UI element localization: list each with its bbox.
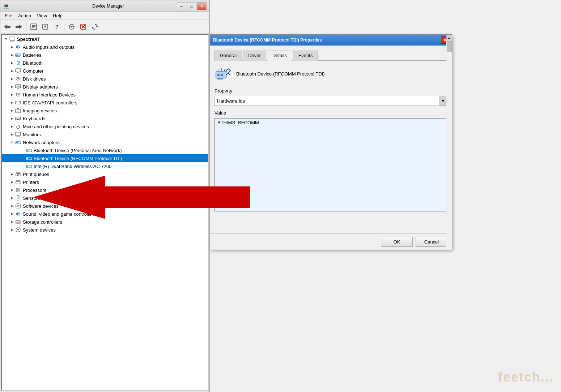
tree-item-imaging[interactable]: ▶ Imaging devices — [2, 107, 208, 115]
scroll-thumb[interactable] — [447, 41, 452, 52]
hid-expand-icon: ▶ — [9, 92, 15, 98]
update-driver-button[interactable] — [40, 22, 51, 32]
tree-item-disk[interactable]: ▶ Disk drives — [2, 75, 208, 83]
menu-action[interactable]: Action — [15, 12, 34, 19]
scan-button[interactable] — [66, 22, 77, 32]
tree-item-pan[interactable]: ▶ Bluetooth Device (Personal Area Networ… — [2, 146, 208, 154]
help-button[interactable]: ? — [51, 22, 62, 32]
display-label: Display adapters — [23, 84, 58, 90]
svg-marker-9 — [44, 25, 47, 27]
property-dropdown[interactable]: Hardware Ids — [214, 96, 447, 106]
refresh-button[interactable] — [89, 22, 100, 32]
app-icon: 💻 — [3, 3, 9, 9]
device-tree[interactable]: ▼ SpectreXT ▶ Audio inputs and outputs ▶… — [1, 34, 209, 391]
tree-item-mice[interactable]: ▶ Mice and other pointing devices — [2, 122, 208, 130]
svg-rect-18 — [10, 37, 15, 40]
tab-events[interactable]: Events — [293, 51, 318, 61]
tree-item-hid[interactable]: ▶ Human Interface Devices — [2, 91, 208, 99]
uninstall-button[interactable] — [78, 22, 89, 32]
rfcomm-icon — [26, 155, 32, 161]
svg-rect-7 — [32, 27, 34, 28]
menu-help[interactable]: Help — [50, 12, 65, 19]
computer-icon — [15, 68, 21, 74]
disk-expand-icon: ▶ — [9, 76, 15, 82]
tree-root[interactable]: ▼ SpectreXT — [2, 35, 208, 43]
dialog-spacer — [210, 219, 452, 233]
tree-item-computer[interactable]: ▶ Computer — [2, 67, 208, 75]
tree-item-printers[interactable]: ▶ Printers — [2, 178, 208, 186]
tree-item-intel-wifi[interactable]: ▶ Intel(R) Dual Band Wireless-AC 7260 — [2, 162, 208, 170]
cancel-label: Cancel — [424, 239, 439, 245]
imaging-expand-icon: ▶ — [9, 108, 15, 113]
scroll-up-arrow[interactable]: ▲ — [446, 35, 452, 40]
svg-point-87 — [17, 229, 19, 231]
tree-item-network[interactable]: ▼ Network adapters — [2, 138, 208, 146]
tree-item-sensors[interactable]: ▶ Sensors — [2, 194, 208, 202]
ide-icon — [15, 100, 21, 105]
keyboards-label: Keyboards — [23, 116, 45, 121]
tab-details[interactable]: Details — [267, 51, 292, 61]
svg-rect-74 — [18, 196, 18, 198]
tree-item-rfcomm[interactable]: ▶ Bluetooth Device (RFCOMM Protocol TDI) — [2, 154, 208, 162]
dialog-title: Bluetooth Device (RFCOMM Protocol TDI) P… — [213, 38, 441, 43]
ide-expand-icon: ▶ — [9, 100, 15, 105]
close-button[interactable]: ✕ — [197, 2, 207, 10]
cancel-button[interactable]: Cancel — [416, 237, 447, 247]
tree-item-system[interactable]: ▶ System devices — [2, 226, 208, 234]
network-label: Network adapters — [23, 140, 60, 145]
dialog-scrollbar[interactable]: ▲ — [446, 35, 452, 250]
bluetooth-expand-icon: ▶ — [9, 60, 15, 66]
minimize-button[interactable]: ─ — [177, 2, 186, 10]
svg-rect-49 — [16, 132, 21, 135]
sound-expand-icon: ▶ — [9, 211, 15, 217]
sound-label: Sound, video and game controllers — [23, 211, 95, 217]
tree-item-keyboards[interactable]: ▶ Keyboards — [2, 115, 208, 122]
tree-item-software[interactable]: ▶ Software devices — [2, 202, 208, 210]
menu-file[interactable]: File — [2, 12, 15, 19]
properties-button[interactable] — [28, 22, 39, 32]
bluetooth-icon — [15, 60, 21, 66]
root-expand-icon: ▼ — [3, 36, 9, 42]
value-content: BTH\MS_RFCOMM — [217, 120, 445, 125]
intel-wifi-icon — [26, 163, 32, 169]
window-controls: ─ □ ✕ — [177, 2, 207, 10]
maximize-button[interactable]: □ — [187, 2, 196, 10]
ok-button[interactable]: OK — [381, 237, 413, 247]
storage-expand-icon: ▶ — [9, 219, 15, 225]
back-button[interactable] — [2, 22, 13, 32]
svg-rect-54 — [17, 142, 18, 143]
software-label: Software devices — [23, 203, 59, 209]
toolbar: ? — [0, 20, 209, 34]
svg-rect-45 — [20, 118, 20, 119]
tree-item-ide[interactable]: ▶ IDE ATA/ATAPI controllers — [2, 99, 208, 107]
processors-icon — [15, 187, 21, 193]
svg-rect-32 — [17, 88, 19, 89]
menu-view[interactable]: View — [34, 12, 50, 19]
svg-point-29 — [17, 78, 19, 79]
tree-item-batteries[interactable]: ▶ Batteries — [2, 51, 208, 59]
tree-item-display[interactable]: ▶ Display adapters — [2, 83, 208, 91]
imaging-label: Imaging devices — [23, 108, 57, 113]
property-dropdown-wrapper: Hardware Ids ▼ — [214, 96, 447, 106]
tab-driver[interactable]: Driver — [243, 51, 266, 61]
tab-general[interactable]: General — [214, 51, 242, 61]
tree-item-storage[interactable]: ▶ Storage controllers — [2, 218, 208, 226]
tree-item-printq[interactable]: ▶ Print queues — [2, 170, 208, 178]
tree-item-bluetooth[interactable]: ▶ Bluetooth — [2, 59, 208, 67]
tree-item-processors[interactable]: ▶ Processors — [2, 186, 208, 194]
software-expand-icon: ▶ — [9, 203, 15, 209]
computer-label: Computer — [23, 68, 43, 74]
svg-point-39 — [17, 110, 19, 112]
svg-rect-3 — [16, 26, 19, 28]
svg-rect-60 — [27, 150, 28, 151]
bluetooth-label: Bluetooth — [23, 60, 43, 66]
properties-dialog: Bluetooth Device (RFCOMM Protocol TDI) P… — [210, 34, 452, 250]
device-name-label: Bluetooth Device (RFCOMM Protocol TDI) — [236, 71, 325, 77]
printers-icon — [15, 179, 21, 185]
forward-button[interactable] — [13, 22, 24, 32]
tree-item-monitors[interactable]: ▶ Monitors — [2, 130, 208, 138]
svg-rect-53 — [16, 142, 17, 143]
tree-item-sound[interactable]: ▶ Sound, video and game controllers — [2, 210, 208, 218]
value-box[interactable]: BTH\MS_RFCOMM — [214, 118, 447, 212]
tree-item-audio[interactable]: ▶ Audio inputs and outputs — [2, 43, 208, 51]
